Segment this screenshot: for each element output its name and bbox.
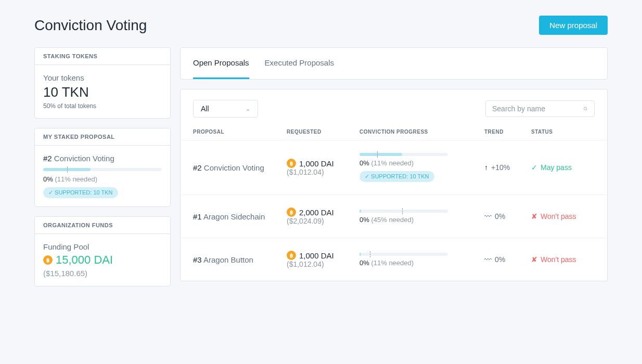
search-icon (583, 105, 588, 113)
funds-header: ORGANIZATION FUNDS (35, 217, 170, 234)
organization-funds-card: ORGANIZATION FUNDS Funding Pool ฿ 15,000… (34, 216, 171, 287)
cell-requested: ฿1,000 DAI($1,012.04) (287, 159, 359, 176)
cell-status: ✘Won't pass (531, 255, 588, 264)
staking-tokens-card: STAKING TOKENS Your tokens 10 TKN 50% of… (34, 47, 171, 119)
trend-value: +10% (491, 163, 510, 172)
cell-proposal: #3 Aragon Button (193, 255, 287, 264)
cell-conviction: 0% (11% needed)✓ SUPPORTED: 10 TKN (359, 153, 484, 182)
your-tokens-value: 10 TKN (43, 84, 162, 100)
requested-fiat: ($2,024.09) (287, 217, 359, 225)
proposal-name: Conviction Voting (204, 163, 264, 172)
toolbar: All ⌄ (181, 89, 607, 124)
status-text: Won't pass (541, 255, 576, 264)
cell-conviction: 0% (11% needed) (359, 253, 484, 267)
requested-amount: 1,000 DAI (299, 159, 334, 168)
chevron-down-icon: ⌄ (246, 106, 250, 112)
table-row[interactable]: #1 Aragon Sidechain฿2,000 DAI($2,024.09)… (181, 194, 607, 238)
table-row[interactable]: #2 Conviction Voting฿1,000 DAI($1,012.04… (181, 140, 607, 194)
status-text: May pass (541, 163, 572, 172)
supported-badge: ✓ SUPPORTED: 10 TKN (43, 187, 118, 198)
proposal-id: #1 (193, 212, 202, 221)
proposals-panel: All ⌄ PROPOSAL REQUESTED CONVICTION PROG… (180, 89, 608, 281)
conviction-progress-bar (43, 168, 162, 171)
filter-selected: All (201, 105, 209, 113)
coin-icon: ฿ (287, 207, 296, 217)
main-content: Open Proposals Executed Proposals All ⌄ … (180, 47, 608, 287)
col-trend: TREND (484, 129, 531, 135)
cell-requested: ฿1,000 DAI($1,012.04) (287, 251, 359, 268)
trend-flat-icon: 〰 (484, 212, 492, 220)
requested-fiat: ($1,012.04) (287, 260, 359, 268)
proposal-id: #2 (193, 163, 202, 172)
trend-value: 0% (495, 212, 505, 220)
col-status: STATUS (531, 129, 588, 135)
requested-amount: 1,000 DAI (299, 251, 334, 260)
col-proposal: PROPOSAL (193, 129, 287, 135)
status-text: Won't pass (541, 212, 576, 220)
progress-text: 0% (11% needed) (43, 175, 162, 183)
svg-line-1 (586, 110, 587, 111)
cell-trend: 〰0% (484, 212, 531, 220)
supported-badge: ✓ SUPPORTED: 10 TKN (359, 171, 434, 182)
proposal-name: Aragon Sidechain (203, 212, 265, 221)
trend-value: 0% (495, 255, 505, 264)
requested-amount: 2,000 DAI (299, 208, 334, 217)
table-row[interactable]: #3 Aragon Button฿1,000 DAI($1,012.04)0% … (181, 238, 607, 281)
coin-icon: ฿ (43, 255, 53, 265)
funding-pool-fiat: ($15,180.65) (43, 269, 162, 278)
tab-open-proposals[interactable]: Open Proposals (193, 48, 249, 79)
search-box[interactable] (485, 100, 595, 117)
cell-trend: ↑+10% (484, 163, 531, 172)
status-icon: ✘ (531, 212, 537, 220)
tokens-share: 50% of total tokens (43, 102, 162, 110)
my-staked-proposal-card: MY STAKED PROPOSAL #2 Conviction Voting … (34, 128, 171, 207)
col-requested: REQUESTED (287, 129, 359, 135)
tabs: Open Proposals Executed Proposals (180, 47, 608, 80)
progress-text: 0% (11% needed) (359, 259, 484, 267)
arrow-up-icon: ↑ (484, 163, 488, 172)
status-icon: ✓ (531, 163, 537, 172)
col-conviction: CONVICTION PROGRESS (359, 129, 484, 135)
proposal-id: #3 (193, 255, 202, 264)
new-proposal-button[interactable]: New proposal (539, 16, 608, 35)
cell-proposal: #2 Conviction Voting (193, 163, 287, 172)
cell-trend: 〰0% (484, 255, 531, 264)
conviction-progress-bar (359, 253, 448, 256)
cell-requested: ฿2,000 DAI($2,024.09) (287, 207, 359, 225)
funding-pool-amount: ฿ 15,000 DAI (43, 253, 162, 267)
page-header: Conviction Voting New proposal (34, 16, 608, 35)
tab-executed-proposals[interactable]: Executed Proposals (265, 48, 334, 79)
filter-select[interactable]: All ⌄ (193, 100, 258, 118)
cell-conviction: 0% (45% needed) (359, 210, 484, 224)
coin-icon: ฿ (287, 159, 296, 168)
staked-proposal-header: MY STAKED PROPOSAL (35, 128, 170, 146)
staking-tokens-header: STAKING TOKENS (35, 48, 170, 65)
requested-fiat: ($1,012.04) (287, 168, 359, 176)
search-input[interactable] (492, 105, 583, 113)
funding-pool-label: Funding Pool (43, 242, 162, 251)
svg-point-0 (584, 107, 587, 110)
staked-proposal-link[interactable]: #2 Conviction Voting (43, 154, 162, 163)
page-title: Conviction Voting (34, 17, 147, 34)
cell-status: ✓May pass (531, 163, 588, 172)
proposal-name: Conviction Voting (54, 154, 114, 163)
status-icon: ✘ (531, 255, 537, 264)
table-header: PROPOSAL REQUESTED CONVICTION PROGRESS T… (181, 124, 607, 140)
proposal-name: Aragon Button (203, 255, 253, 264)
coin-icon: ฿ (287, 251, 296, 260)
sidebar: STAKING TOKENS Your tokens 10 TKN 50% of… (34, 47, 171, 287)
cell-status: ✘Won't pass (531, 212, 588, 220)
your-tokens-label: Your tokens (43, 73, 162, 82)
proposal-id: #2 (43, 154, 52, 163)
conviction-progress-bar (359, 153, 448, 156)
progress-text: 0% (45% needed) (359, 216, 484, 224)
trend-flat-icon: 〰 (484, 255, 492, 264)
progress-text: 0% (11% needed) (359, 159, 484, 167)
conviction-progress-bar (359, 210, 448, 213)
cell-proposal: #1 Aragon Sidechain (193, 212, 287, 221)
